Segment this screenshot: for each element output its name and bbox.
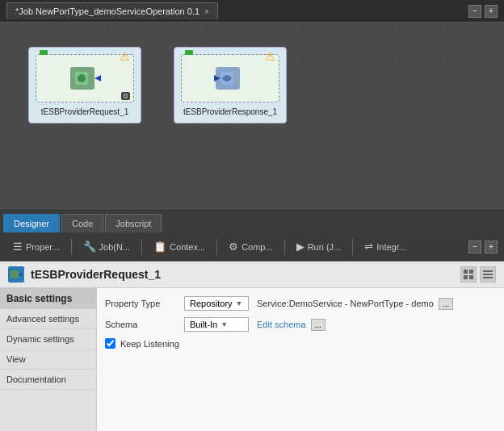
title-bar: *Job NewPortType_demoServiceOperation 0.… [0,0,504,23]
schema-value: Built-In ▼ Edit schema ... [184,317,326,332]
node-esb-request[interactable]: ⚠ 0 tESBProviderRequest_1 [28,47,141,123]
property-type-value: Repository ▼ Service:DemoService - NewPo… [184,296,453,311]
node-label-request: tESBProviderRequest_1 [36,107,134,116]
service-text: Service:DemoService - NewPortType - demo [257,299,434,308]
svg-rect-13 [483,270,493,272]
list-icon [483,270,493,279]
job-label: Job(N... [99,242,131,252]
context-icon: 📋 [153,241,166,253]
title-tab[interactable]: *Job NewPortType_demoServiceOperation 0.… [6,2,218,19]
esb-response-icon [214,64,246,93]
toolbar-run-btn[interactable]: ▶ Run (J... [290,238,348,255]
node-esb-response[interactable]: ⚠ tESBProviderResponse_1 [174,47,287,123]
schema-dropdown-arrow-icon: ▼ [220,320,228,328]
integr-icon: ⇌ [364,241,373,253]
schema-row: Schema Built-In ▼ Edit schema ... [105,317,496,332]
svg-rect-12 [469,275,473,279]
view-icons [460,266,496,282]
proper-icon: ☰ [13,241,23,253]
schema-dropdown-value: Built-In [190,320,217,329]
toolbar-sep-2 [141,239,142,255]
svg-marker-8 [19,273,22,276]
property-type-label: Property Type [105,299,178,308]
node-label-response: tESBProviderResponse_1 [181,107,279,116]
node-warning-response: ⚠ [265,50,275,63]
node-indicator-request [40,50,48,55]
svg-rect-14 [483,274,493,275]
component-panel: Basic settings Advanced settings Dynamic… [0,288,504,431]
node-inner-response: ⚠ [181,54,279,103]
sidebar-item-advanced[interactable]: Advanced settings [0,309,96,329]
keep-listening-checkbox[interactable] [105,338,116,349]
tab-jobscript[interactable]: Jobscript [105,214,162,232]
property-type-dropdown[interactable]: Repository ▼ [184,296,249,311]
toolbar-sep-5 [352,239,353,255]
sidebar-item-dynamic[interactable]: Dynamic settings [0,329,96,349]
schema-more-btn[interactable]: ... [311,319,326,331]
svg-rect-11 [464,275,468,279]
toolbar-minimize-btn[interactable]: − [468,241,481,253]
proper-label: Proper... [26,242,60,252]
toolbar-context-btn[interactable]: 📋 Contex... [147,238,212,255]
toolbar-sep-4 [284,239,285,255]
job-icon: 🔧 [83,241,96,253]
property-type-row: Property Type Repository ▼ Service:DemoS… [105,296,496,311]
list-view-btn[interactable] [480,266,496,282]
toolbar-maximize-btn[interactable]: + [485,241,498,253]
keep-listening-label: Keep Listening [120,339,179,349]
toolbar-job-btn[interactable]: 🔧 Job(N... [77,238,137,255]
svg-rect-10 [469,270,473,274]
node-inner-request: ⚠ 0 [36,54,134,103]
component-title: tESBProviderRequest_1 [31,268,161,281]
title-close-btn[interactable]: × [204,7,209,16]
grid-icon [464,270,473,279]
svg-marker-1 [94,75,101,82]
property-type-dropdown-value: Repository [190,299,233,308]
left-sidebar: Basic settings Advanced settings Dynamic… [0,288,97,431]
canvas-area: ⚠ 0 tESBProviderRequest_1 ⚠ tESBPr [0,23,504,208]
right-content: Property Type Repository ▼ Service:DemoS… [97,288,504,431]
node-indicator-response [185,50,193,55]
title-controls: − + [468,5,498,18]
component-header: tESBProviderRequest_1 [0,262,504,288]
edit-schema-link[interactable]: Edit schema [257,320,306,329]
sidebar-item-documentation[interactable]: Documentation [0,370,96,390]
run-label: Run (J... [308,242,342,252]
toolbar: ☰ Proper... 🔧 Job(N... 📋 Contex... ⚙ Com… [0,232,504,262]
integr-label: Integr... [376,242,406,252]
esb-request-icon [69,64,101,93]
grid-view-btn[interactable] [460,266,477,282]
toolbar-sep-3 [216,239,217,255]
sidebar-header: Basic settings [0,288,96,309]
comp-icon: ⚙ [229,241,238,253]
context-label: Contex... [170,242,205,252]
schema-label: Schema [105,320,178,329]
toolbar-controls: − + [468,241,498,253]
tab-designer[interactable]: Designer [3,214,60,232]
sidebar-item-view[interactable]: View [0,349,96,370]
dropdown-arrow-icon: ▼ [236,299,243,308]
comp-label: Comp... [242,242,273,252]
svg-rect-15 [483,277,493,278]
minimize-btn[interactable]: − [468,5,481,18]
toolbar-proper-btn[interactable]: ☰ Proper... [6,238,66,255]
esb-small-icon [10,268,23,281]
toolbar-integr-btn[interactable]: ⇌ Integr... [358,238,413,255]
run-icon: ▶ [296,241,304,253]
node-counter-request: 0 [121,92,130,100]
svg-rect-7 [10,270,19,278]
title-text: *Job NewPortType_demoServiceOperation 0.… [15,6,200,16]
property-type-more-btn[interactable]: ... [439,298,453,310]
schema-dropdown[interactable]: Built-In ▼ [184,317,249,332]
toolbar-sep-1 [71,239,72,255]
svg-rect-9 [464,270,468,274]
keep-listening-row: Keep Listening [105,338,496,349]
node-warning-request: ⚠ [120,50,130,63]
toolbar-comp-btn[interactable]: ⚙ Comp... [222,238,279,255]
tab-bar: Designer Code Jobscript [0,208,504,232]
component-icon [8,266,24,282]
svg-point-3 [78,74,86,82]
maximize-btn[interactable]: + [485,5,498,18]
tab-code[interactable]: Code [61,214,103,232]
